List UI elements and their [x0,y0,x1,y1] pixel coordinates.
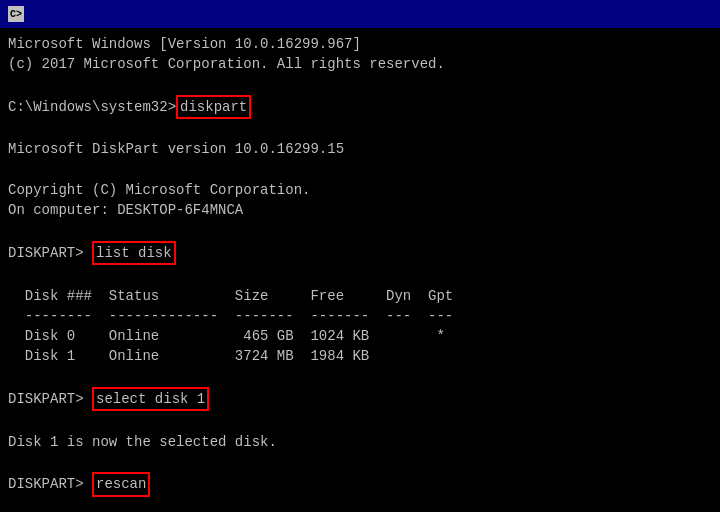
close-button[interactable] [686,4,712,24]
prompt-text: DISKPART> [8,474,92,494]
prompt-line: DISKPART> list disk [8,241,712,265]
prompt-text: C:\Windows\system32> [8,97,176,117]
console-line: Disk 0 Online 465 GB 1024 KB * [8,326,712,346]
empty-line [8,411,712,431]
titlebar: C> [0,0,720,28]
console-line: Microsoft Windows [Version 10.0.16299.96… [8,34,712,54]
window-controls [630,4,712,24]
prompt-text: DISKPART> [8,243,92,263]
empty-line [8,75,712,95]
console-line: Disk 1 Online 3724 MB 1984 KB [8,346,712,366]
console-line: -------- ------------- ------- ------- -… [8,306,712,326]
minimize-button[interactable] [630,4,656,24]
empty-line [8,265,712,285]
prompt-line: C:\Windows\system32>diskpart [8,95,712,119]
command-prompt-window: C> Microsoft Windows [Version 10.0.16299… [0,0,720,512]
window-icon: C> [8,6,24,22]
console-line: Copyright (C) Microsoft Corporation. [8,180,712,200]
prompt-line: DISKPART> rescan [8,472,712,496]
empty-line [8,367,712,387]
empty-line [8,160,712,180]
console-line: Microsoft DiskPart version 10.0.16299.15 [8,139,712,159]
command-text: list disk [92,241,176,265]
command-text: diskpart [176,95,251,119]
maximize-button[interactable] [658,4,684,24]
titlebar-left: C> [8,6,30,22]
empty-line [8,452,712,472]
console-line: Disk ### Status Size Free Dyn Gpt [8,286,712,306]
console-line: On computer: DESKTOP-6F4MNCA [8,200,712,220]
prompt-line: DISKPART> select disk 1 [8,387,712,411]
prompt-text: DISKPART> [8,389,92,409]
console-output[interactable]: Microsoft Windows [Version 10.0.16299.96… [0,28,720,512]
empty-line [8,497,712,512]
empty-line [8,221,712,241]
command-text: rescan [92,472,150,496]
console-line: Disk 1 is now the selected disk. [8,432,712,452]
empty-line [8,119,712,139]
command-text: select disk 1 [92,387,209,411]
console-line: (c) 2017 Microsoft Corporation. All righ… [8,54,712,74]
